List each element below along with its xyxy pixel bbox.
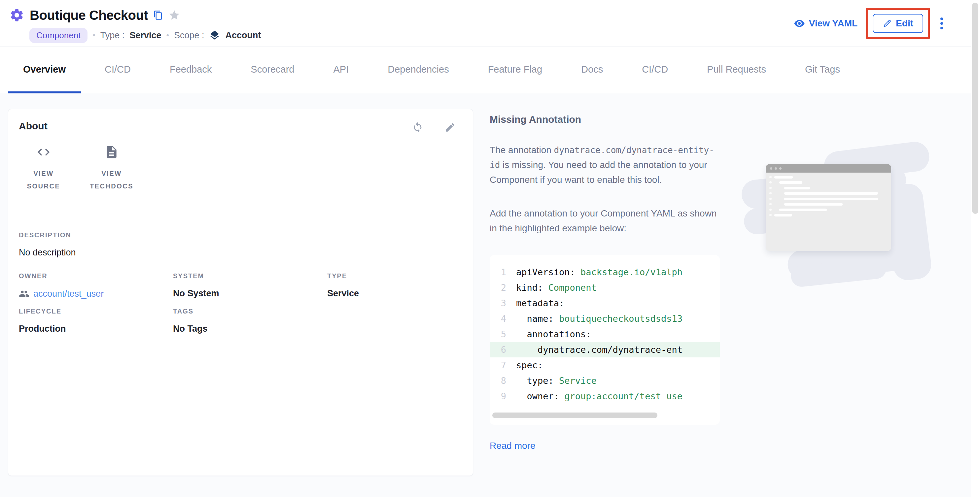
annotation-paragraph-1: The annotation dynatrace.com/dynatrace-e… [490,143,722,187]
tab[interactable]: Git Tags [790,47,855,94]
more-options-kebab-icon[interactable] [939,16,945,31]
edit-button[interactable]: Edit [873,14,923,33]
code-line: 2 kind: Component [490,280,720,295]
line-number: 4 [490,313,506,324]
group-icon [19,289,29,299]
field-label: TYPE [327,272,462,280]
code-key: type: [516,376,559,386]
view-techdocs-label: VIEW TECHDOCS [90,167,134,192]
field-value: Production [19,324,66,334]
edit-pencil-icon[interactable] [444,122,456,133]
scope-value: Account [225,30,261,41]
code-key: spec: [516,360,543,370]
code-key: annotations: [516,329,591,339]
field-label: SYSTEM [173,272,327,280]
tab-label: Scorecard [251,64,294,75]
code-key: name: [516,313,559,324]
code-value: boutiquecheckoutsdsds13 [559,313,682,324]
description-label: DESCRIPTION [19,231,462,239]
read-more-link[interactable]: Read more [490,441,536,451]
code-line: 5 annotations: [490,326,720,342]
tab-label: Pull Requests [707,64,766,75]
tab[interactable]: CI/CD [89,47,146,94]
code-line: 9 owner: group:account/test_use [490,388,720,404]
line-number: 9 [490,391,506,401]
illustration-titlebar [766,164,891,173]
pencil-icon [883,19,892,28]
view-techdocs-button[interactable]: VIEW TECHDOCS [87,145,136,192]
view-source-button[interactable]: VIEW SOURCE [19,145,68,192]
about-card: About VIEW SOURCE [8,109,473,476]
line-number: 6 [490,345,506,355]
tab-label: Feedback [170,64,212,75]
tab-label: Dependencies [388,64,449,75]
code-line: 8 type: Service [490,373,720,388]
code-icon [36,145,51,159]
refresh-icon[interactable] [412,122,423,133]
tab-label: CI/CD [105,64,131,75]
view-yaml-button[interactable]: View YAML [794,18,858,29]
tab[interactable]: Dependencies [372,47,464,94]
tab[interactable]: Pull Requests [692,47,781,94]
edit-highlight-box: Edit [866,8,930,39]
code-key: metadata: [516,298,564,308]
code-lines: 1 apiVersion: backstage.io/v1alph 2 kind… [490,264,720,404]
page-scrollbar[interactable] [971,0,980,497]
tab[interactable]: CI/CD [627,47,683,94]
field-label: LIFECYCLE [19,308,173,315]
line-number: 8 [490,376,506,386]
separator-dot: • [92,31,95,40]
tab-label: Docs [581,64,603,75]
para1-prefix: The annotation [490,145,551,155]
field-value: Service [327,289,359,299]
code-value: Service [559,376,597,386]
tab[interactable]: Docs [566,47,618,94]
about-field: TYPE Service [327,272,462,299]
yaml-example-code-block: 1 apiVersion: backstage.io/v1alph 2 kind… [490,255,720,425]
favorite-star-icon[interactable] [169,9,180,21]
line-number: 3 [490,298,506,308]
missing-annotation-panel: Missing Annotation The annotation dynatr… [490,110,724,451]
line-number: 1 [490,267,506,277]
about-field: TAGS No Tags [173,308,327,334]
page-scrollbar-thumb[interactable] [972,3,978,214]
field-value[interactable]: account/test_user [33,289,104,299]
view-yaml-label: View YAML [809,18,858,29]
overview-content: About VIEW SOURCE [0,94,971,497]
edit-button-label: Edit [896,18,913,29]
separator-dot: • [166,31,169,40]
about-field: SYSTEM No System [173,272,327,299]
code-line: 4 name: boutiquecheckoutsdsds13 [490,311,720,326]
tab[interactable]: API [318,47,364,94]
field-label: OWNER [19,272,173,280]
illustration-window [766,164,891,251]
description-value: No description [19,248,462,258]
code-key: kind: [516,283,549,293]
tab-label: Feature Flag [488,64,542,75]
gear-icon [9,8,24,23]
copy-icon[interactable] [153,10,163,20]
code-horizontal-scrollbar[interactable] [492,413,657,418]
code-window-illustration [741,144,928,286]
tab-label: API [333,64,349,75]
tab[interactable]: Feature Flag [473,47,557,94]
tab[interactable]: Scorecard [235,47,309,94]
page-title: Boutique Checkout [30,8,148,23]
entity-header-left: Boutique Checkout Component • Type : Ser… [0,0,261,46]
entity-header-actions: View YAML Edit [794,0,971,46]
entity-kind-badge: Component [29,28,88,43]
about-card-title: About [19,121,48,132]
scope-label: Scope : [174,30,204,41]
layers-icon [209,30,220,41]
annotation-paragraph-2: Add the annotation to your Component YAM… [490,206,722,236]
tab-label: CI/CD [642,64,668,75]
missing-annotation-title: Missing Annotation [490,114,724,125]
entity-header: Boutique Checkout Component • Type : Ser… [0,0,971,46]
code-value: backstage.io/v1alph [581,267,682,277]
code-key: owner: [516,391,564,401]
field-label: TAGS [173,308,327,315]
tab[interactable]: Overview [8,47,81,94]
entity-meta-row: Component • Type : Service • Scope : Acc… [29,29,261,42]
tab[interactable]: Feedback [154,47,227,94]
para1-suffix: is missing. You need to add the annotati… [490,160,707,185]
